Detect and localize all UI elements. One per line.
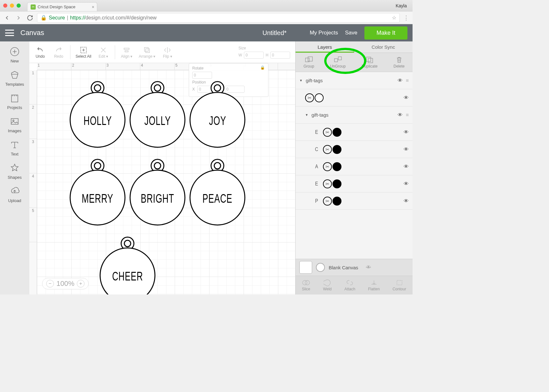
rotate-input[interactable] (192, 72, 212, 79)
visibility-icon[interactable]: 👁 (398, 78, 403, 83)
tab-layers[interactable]: Layers (296, 41, 354, 53)
sidebar-upload[interactable]: Upload (0, 185, 29, 203)
layer-item[interactable]: C ✂ 👁 (296, 141, 413, 158)
make-it-button[interactable]: Make It (364, 26, 407, 40)
visibility-icon[interactable]: 👁 (404, 129, 409, 135)
layer-item[interactable]: E ✂ 👁 (296, 124, 413, 141)
cut-icon: ✂ (323, 197, 332, 206)
sidebar-text[interactable]: Text (0, 139, 29, 156)
browser-tab[interactable]: ✂ Cricut Design Space × (27, 2, 97, 11)
zoom-in-button[interactable]: + (77, 280, 84, 287)
tab-title: Cricut Design Space (38, 4, 76, 9)
visibility-icon[interactable]: 👁 (404, 147, 409, 152)
tab-color-sync[interactable]: Color Sync (354, 41, 413, 53)
visibility-icon[interactable]: 👁 (404, 95, 409, 101)
svg-point-25 (214, 163, 221, 169)
canvas-layer[interactable]: Blank Canvas 👁 (296, 259, 413, 276)
svg-rect-7 (144, 47, 148, 51)
layers-list[interactable]: ▼ gift-tags 👁 ≡ ✂ 👁 ▼ gift-tags 👁 ≡ E ✂ (296, 72, 413, 259)
my-projects-link[interactable]: My Projects (310, 30, 338, 36)
color-swatch[interactable] (333, 128, 341, 137)
chevron-down-icon[interactable]: ▼ (299, 79, 303, 82)
sidebar-templates[interactable]: Templates (0, 69, 29, 87)
height-input[interactable] (270, 52, 290, 59)
layer-item[interactable]: E ✂ 👁 (296, 175, 413, 192)
delete-button[interactable]: Delete (393, 56, 405, 69)
slice-button[interactable]: Slice (302, 279, 310, 291)
sidebar-projects[interactable]: Projects (0, 92, 29, 110)
zoom-out-button[interactable]: − (46, 280, 54, 287)
url-text: design.cricut.com/#/design/new (85, 15, 157, 21)
address-bar[interactable]: 🔒 Secure | https://design.cricut.com/#/d… (37, 13, 400, 23)
svg-rect-6 (125, 51, 128, 52)
canvas-label: Canvas (20, 29, 44, 37)
undo-button[interactable]: Undo (32, 45, 48, 60)
color-swatch[interactable] (333, 197, 341, 206)
layer-group[interactable]: ▼ gift-tags 👁 ≡ (296, 106, 413, 124)
color-swatch[interactable] (333, 179, 341, 188)
color-swatch[interactable] (333, 162, 341, 171)
weld-button[interactable]: Weld (323, 279, 332, 291)
reload-button[interactable] (26, 13, 34, 22)
visibility-icon[interactable]: 👁 (404, 164, 409, 170)
menu-hamburger-icon[interactable] (5, 30, 14, 36)
window-maximize-icon[interactable] (17, 4, 21, 8)
canvas-swatch[interactable] (299, 261, 312, 274)
gift-tag[interactable]: PEACE (189, 158, 246, 226)
width-input[interactable] (244, 52, 264, 59)
layer-letter: P (314, 198, 319, 204)
save-link[interactable]: Save (345, 30, 357, 36)
visibility-icon[interactable]: 👁 (398, 112, 403, 118)
color-swatch[interactable] (333, 145, 341, 154)
gift-tag[interactable]: JOLLY (129, 80, 186, 148)
ungroup-button[interactable]: UnGroup (330, 56, 346, 69)
select-all-button[interactable]: Select All (74, 45, 93, 60)
contour-button[interactable]: Contour (392, 279, 406, 291)
zoom-control[interactable]: − 100% + (42, 278, 89, 289)
layer-letter: E (314, 181, 319, 187)
drag-handle-icon[interactable]: ≡ (406, 78, 409, 83)
bookmark-star-icon[interactable]: ☆ (392, 15, 396, 21)
layer-item[interactable]: A ✂ 👁 (296, 158, 413, 175)
group-button[interactable]: Group (304, 56, 314, 69)
canvas[interactable]: 1234567 12345 🔒 Rotate Position X Y HOLL… (29, 63, 295, 294)
visibility-hidden-icon[interactable]: 👁 (366, 265, 371, 270)
layer-item[interactable]: P ✂ 👁 (296, 192, 413, 210)
sidebar-shapes[interactable]: Shapes (0, 162, 29, 180)
back-button[interactable] (3, 13, 11, 22)
favicon-icon: ✂ (31, 4, 36, 10)
layer-group[interactable]: ▼ gift-tags 👁 ≡ (296, 72, 413, 89)
profile-name[interactable]: Kayla (396, 3, 409, 8)
sidebar-images[interactable]: Images (0, 116, 29, 133)
cut-icon: ✂ (305, 93, 314, 102)
chevron-down-icon[interactable]: ▼ (305, 113, 308, 117)
flatten-button[interactable]: Flatten (368, 279, 380, 291)
canvas-color-icon[interactable] (316, 263, 325, 272)
gift-tag[interactable]: BRIGHT (129, 158, 186, 226)
color-swatch[interactable] (315, 93, 324, 102)
browser-menu-icon[interactable]: ⋮ (402, 14, 410, 21)
svg-rect-33 (338, 57, 341, 60)
close-tab-icon[interactable]: × (92, 4, 94, 10)
svg-point-28 (124, 240, 131, 247)
sidebar-new[interactable]: New (0, 46, 29, 63)
gift-tag[interactable]: CHEER (99, 236, 156, 294)
visibility-icon[interactable]: 👁 (404, 198, 409, 204)
document-title[interactable]: Untitled* (262, 29, 287, 37)
drag-handle-icon[interactable]: ≡ (406, 112, 409, 118)
layer-item[interactable]: ✂ 👁 (296, 89, 413, 106)
svg-rect-35 (368, 58, 373, 63)
visibility-icon[interactable]: 👁 (404, 181, 409, 187)
attach-button[interactable]: Attach (344, 279, 355, 291)
lock-icon[interactable]: 🔒 (260, 65, 265, 70)
svg-point-19 (94, 163, 101, 169)
svg-rect-34 (366, 57, 371, 62)
gift-tag[interactable]: HOLLY (69, 80, 126, 148)
gift-tag[interactable]: JOY (189, 80, 246, 148)
app-header: Canvas Untitled* My Projects Save Make I… (0, 24, 413, 41)
window-minimize-icon[interactable] (10, 4, 14, 8)
window-close-icon[interactable] (3, 4, 7, 8)
align-button: Align ▾ (118, 45, 135, 60)
duplicate-button[interactable]: Duplicate (362, 56, 377, 69)
gift-tag[interactable]: MERRY (69, 158, 126, 226)
